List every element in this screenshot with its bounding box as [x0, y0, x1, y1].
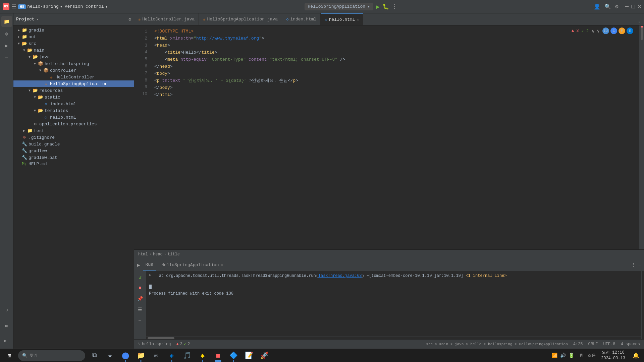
firefox-browser-icon[interactable]: F	[619, 27, 625, 34]
code-content[interactable]: <!DOCTYPE HTML> <html xmlns:th="http://w…	[150, 25, 644, 249]
tree-item-appprops[interactable]: ▶ ⚙ application.properties	[13, 121, 134, 127]
sidebar-item-structure[interactable]: ⊞	[1, 320, 12, 331]
tree-item-test[interactable]: ▶ 📁 test	[13, 127, 134, 134]
minimize-button[interactable]: ─	[625, 4, 629, 10]
search-everywhere-icon[interactable]: 🔍	[604, 3, 611, 10]
tree-item-templates[interactable]: ▼ 📂 templates	[13, 107, 134, 114]
tray-battery-icon[interactable]: 🔋	[569, 353, 574, 358]
sidebar-item-git[interactable]: ⑂	[1, 306, 12, 316]
version-control[interactable]: Version control ▾	[65, 4, 108, 9]
taskbar-app-star[interactable]: ★	[103, 349, 117, 362]
hamburger-menu-icon[interactable]: ☰	[11, 3, 16, 10]
run-panel-more-icon[interactable]: ⋮	[631, 262, 636, 268]
tree-item-gradlew[interactable]: ▶ 🔧 gradlew	[13, 147, 134, 154]
breadcrumb-html[interactable]: html	[138, 252, 148, 257]
run-tab-config-close-icon[interactable]: ✕	[221, 263, 223, 267]
breadcrumb-head[interactable]: head	[153, 252, 163, 257]
run-config[interactable]: HelloSpringApplication ▾	[305, 3, 373, 10]
tree-item-src[interactable]: ▼ 📂 src	[13, 40, 134, 47]
nav-down-icon[interactable]: ∨	[597, 28, 600, 34]
taskbar-app-explorer[interactable]: 📁	[133, 349, 148, 362]
run-panel-expand-icon[interactable]: ▶	[137, 262, 140, 268]
tree-item-gradle[interactable]: ▶ 📁 gradle	[13, 27, 134, 34]
sidebar-item-commit[interactable]: ◎	[1, 28, 12, 39]
run-vertical-scrollbar[interactable]	[641, 271, 644, 339]
sidebar-item-run-debug[interactable]: ▶	[1, 40, 12, 51]
edge-browser-icon[interactable]: E	[627, 27, 633, 34]
sidebar-item-terminal[interactable]: ▶_	[1, 335, 12, 346]
run-settings-icon[interactable]: ☰	[136, 305, 145, 314]
close-button[interactable]: ✕	[638, 4, 641, 10]
taskbar-app-mail[interactable]: ✉	[149, 349, 164, 362]
chrome-browser-icon[interactable]: C	[610, 27, 617, 34]
run-tab-run[interactable]: Run	[143, 259, 156, 271]
tray-network-icon[interactable]: 📶	[552, 353, 557, 358]
taskbar-app-music[interactable]: 🎵	[180, 349, 195, 362]
sidebar-item-project[interactable]: 📁	[1, 16, 12, 27]
encoding[interactable]: UTF-8	[603, 342, 615, 347]
run-log-expand-icon[interactable]: ▶	[149, 273, 151, 278]
run-tab-config[interactable]: HelloSpringApplication ✕	[159, 259, 226, 271]
tab-indexhtml[interactable]: ◇ index.html	[282, 13, 321, 25]
breadcrumb-title[interactable]: title	[168, 252, 180, 257]
start-button[interactable]: ⊞	[1, 349, 17, 362]
run-panel-minimize-icon[interactable]: ─	[639, 262, 641, 268]
tray-volume-icon[interactable]: 🔊	[560, 353, 566, 358]
sidebar-item-more[interactable]: ⋯	[1, 52, 12, 63]
notification-area[interactable]: 🔔	[629, 349, 643, 362]
run-pin-icon[interactable]: 📌	[136, 294, 145, 303]
tree-item-resources[interactable]: ▼ 📂 resources	[13, 87, 134, 94]
indent-setting[interactable]: 4 spaces	[621, 342, 640, 347]
system-clock[interactable]: 오전 12:16 2024-03-13	[598, 350, 628, 361]
tree-item-out[interactable]: ▶ 📁 out	[13, 34, 134, 40]
project-name[interactable]: HS hello-spring ▾	[18, 4, 63, 9]
tree-item-hellohtml[interactable]: ▶ ◇ hello.html	[13, 114, 134, 121]
run-button[interactable]: ▶	[376, 3, 380, 10]
nav-up-icon[interactable]: ∧	[591, 28, 594, 34]
tab-hellospringapplication[interactable]: ☕ HelloSpringApplication.java	[199, 13, 282, 25]
taskbar-app-rocketicon[interactable]: 🚀	[257, 349, 272, 362]
tree-item-static[interactable]: ▼ 📂 static	[13, 94, 134, 101]
cursor-position[interactable]: 4:25	[573, 342, 583, 347]
tree-item-buildgradle[interactable]: ▶ 🔧 build.gradle	[13, 141, 134, 147]
intellij-browser-icon[interactable]: IJ	[602, 27, 609, 34]
tree-item-java[interactable]: ▼ 📂 java	[13, 54, 134, 60]
tab-hellocontroller[interactable]: ☕ HelloController.java	[134, 13, 199, 25]
tree-item-gradlewbat[interactable]: ▶ 🔧 gradlew.bat	[13, 154, 134, 161]
taskbar-app-intellij[interactable]: ◼	[211, 349, 225, 362]
run-horizontal-scrollbar[interactable]	[146, 337, 641, 339]
run-more-icon[interactable]: ⋯	[136, 315, 145, 325]
tray-input-method[interactable]: 한	[578, 353, 585, 358]
tabs-more-button[interactable]: ⋮	[634, 20, 644, 25]
more-run-options-icon[interactable]: ⋮	[392, 3, 397, 10]
maximize-button[interactable]: □	[631, 4, 635, 10]
taskbar-app-kakaotalk[interactable]: ✱	[195, 349, 210, 362]
taskbar-app-vscode[interactable]: ◈	[164, 349, 179, 362]
taskbar-app-notes[interactable]: 📝	[241, 349, 256, 362]
tray-lang-toggle[interactable]: 조음	[586, 353, 597, 358]
tree-item-helpmd[interactable]: ▶ M↓ HELP.md	[13, 161, 134, 167]
tree-item-gitignore[interactable]: ▶ ⊘ .gitignore	[13, 134, 134, 141]
git-branch-indicator[interactable]: ⑂ hello-spring	[138, 342, 171, 347]
tree-item-hellocontroller[interactable]: ▶ ☕ HelloController	[13, 74, 134, 80]
settings-icon[interactable]: ⚙	[615, 3, 619, 10]
taskbar-app-task-view[interactable]: ⧉	[87, 349, 102, 362]
taskbar-app-git[interactable]: 🔷	[226, 349, 241, 362]
tree-item-main[interactable]: ▼ 📂 main	[13, 47, 134, 54]
user-profile-icon[interactable]: 👤	[594, 3, 600, 10]
tab-hellohtml-close-icon[interactable]: ✕	[357, 17, 359, 22]
line-ending[interactable]: CRLF	[588, 342, 598, 347]
tree-item-indexhtml[interactable]: ▶ ◇ index.html	[13, 101, 134, 107]
editor-scrollbar[interactable]	[639, 25, 644, 249]
panel-settings-icon[interactable]: ⚙	[128, 17, 131, 22]
tree-item-hellospringapplication[interactable]: ▶ ☕ HelloSpringApplication	[13, 80, 134, 87]
error-indicator[interactable]: ▲ 3 ✓ 2	[176, 342, 190, 347]
tree-item-controller[interactable]: ▼ 📦 controller	[13, 67, 134, 74]
tab-hellohtml[interactable]: ◇ hello.html ✕	[321, 13, 363, 25]
tree-item-hellospring[interactable]: ▼ 📦 hello.hellospring	[13, 60, 134, 67]
run-stop-icon[interactable]: ■	[136, 283, 145, 293]
debug-button[interactable]: 🐛	[382, 3, 389, 10]
taskbar-app-chrome[interactable]: ⬤	[118, 349, 133, 362]
taskbar-search[interactable]: 🔍 찾기	[18, 350, 85, 361]
run-log-body[interactable]: ▶ at org.apache.tomcat.util.threads.Task…	[146, 271, 641, 337]
